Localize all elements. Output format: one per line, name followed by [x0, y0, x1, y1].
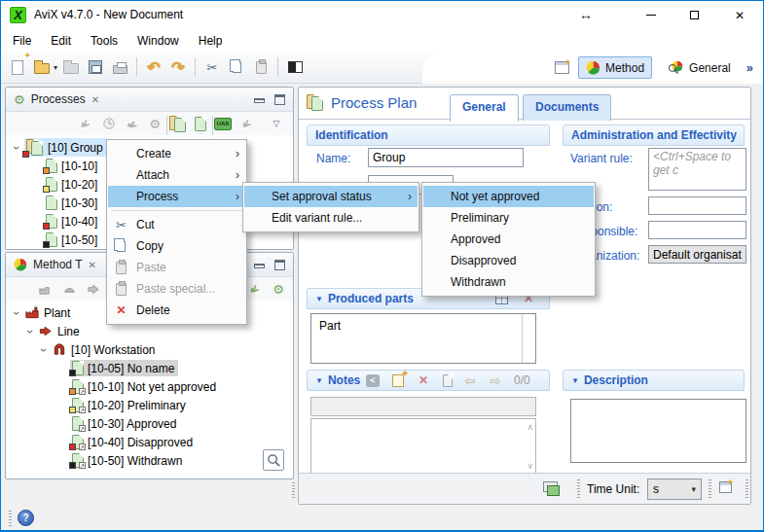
- tree-row-process[interactable]: [10-40]: [46, 212, 97, 231]
- expander-icon[interactable]: ›: [23, 327, 37, 336]
- collapse-icon[interactable]: ▼: [571, 376, 579, 385]
- new-note-icon[interactable]: ✦: [389, 372, 407, 388]
- green-gear-icon[interactable]: ⚙: [269, 279, 288, 299]
- tree-row-operation[interactable]: ↗[10-20] Preliminary: [72, 396, 186, 414]
- menu-item-cut[interactable]: ✂Cut: [108, 214, 245, 235]
- cascade-windows-icon[interactable]: [543, 481, 558, 492]
- tree-row-process-root[interactable]: › [10] Group: [12, 138, 107, 157]
- close-button[interactable]: ✕: [716, 1, 763, 29]
- expander-icon[interactable]: ›: [10, 308, 23, 317]
- operation-doc-icon: ↗: [72, 416, 84, 431]
- note-text-area[interactable]: ∧ ∨: [310, 418, 536, 475]
- tree-row-operation[interactable]: ↗[10-40] Disapproved: [72, 433, 193, 451]
- tree-row-process[interactable]: [10-20]: [46, 175, 97, 194]
- time-unit-label: Time Unit:: [587, 482, 639, 496]
- maximize-view-icon[interactable]: [274, 94, 285, 105]
- menu-edit[interactable]: Edit: [41, 31, 81, 51]
- minimize-button[interactable]: [629, 1, 673, 29]
- collapse-icon[interactable]: ▼: [315, 376, 323, 385]
- menu-item-copy[interactable]: Copy: [108, 235, 245, 257]
- menu-help[interactable]: Help: [189, 31, 233, 51]
- menu-item-process[interactable]: Process›: [108, 186, 245, 207]
- open-folder-icon[interactable]: [31, 55, 53, 79]
- copy-icon[interactable]: [226, 55, 247, 79]
- uas-icon[interactable]: UAS: [213, 114, 233, 133]
- menu-item-withdrawn[interactable]: Withdrawn: [423, 271, 594, 293]
- layout-icon[interactable]: [284, 55, 306, 79]
- perspective-method-button[interactable]: Method: [578, 56, 652, 79]
- expander-icon[interactable]: ›: [10, 143, 23, 152]
- process-plan-doc-icon: [26, 139, 44, 156]
- menu-window[interactable]: Window: [127, 31, 189, 51]
- tree-row-workstation[interactable]: › [10] Workstation: [39, 340, 155, 359]
- green-hand-icon[interactable]: [245, 279, 265, 299]
- method-tab-label[interactable]: Method T: [33, 258, 82, 271]
- perspective-overflow-icon[interactable]: »: [746, 60, 755, 75]
- tree-row-operation[interactable]: ↗[10-10] Not yet approved: [72, 377, 216, 396]
- menu-item-not-yet-approved[interactable]: Not yet approved: [423, 186, 594, 207]
- description-text-area[interactable]: [570, 399, 746, 463]
- menu-item-create[interactable]: Create›: [108, 143, 245, 164]
- tree-row-operation-selected[interactable]: [10-05] No name: [70, 359, 178, 377]
- menu-item-attach[interactable]: Attach›: [108, 164, 245, 186]
- tree-row-operation[interactable]: ↗[10-50] Withdrawn: [72, 451, 182, 470]
- menu-tools[interactable]: Tools: [81, 31, 127, 51]
- menu-item-disapproved[interactable]: Disapproved: [423, 250, 594, 271]
- collapse-icon[interactable]: ▼: [315, 295, 323, 303]
- responsible-input[interactable]: [648, 221, 746, 239]
- administration-section-header: Administration and Effectivity: [563, 124, 745, 146]
- produced-parts-table[interactable]: Part: [310, 313, 536, 364]
- toolbar-menu-chevron-icon[interactable]: ▽: [267, 114, 286, 133]
- save-icon[interactable]: [85, 55, 106, 79]
- processes-tab-label[interactable]: Processes: [31, 92, 86, 106]
- note-document-icon: [439, 372, 456, 388]
- print-icon[interactable]: [109, 55, 130, 79]
- tree-row-process[interactable]: [10-10]: [46, 157, 97, 175]
- method-tab-close-icon[interactable]: ✕: [88, 260, 95, 270]
- maximize-button[interactable]: [673, 1, 716, 29]
- process-doc-icon[interactable]: [191, 114, 210, 133]
- minimize-view-icon[interactable]: [254, 264, 265, 268]
- minimize-view-icon[interactable]: [254, 98, 265, 103]
- maximize-view-icon[interactable]: [274, 260, 285, 270]
- part-column-header: Part: [319, 319, 341, 333]
- open-perspective-icon[interactable]: ✦: [555, 61, 569, 74]
- submenu-arrow-icon: ›: [236, 147, 239, 160]
- menu-item-set-approval-status[interactable]: Set approval status›: [244, 186, 418, 207]
- tree-row-process[interactable]: [10-30]: [46, 194, 97, 212]
- new-view-icon[interactable]: ✦: [719, 481, 732, 493]
- time-unit-select[interactable]: s ▾: [647, 479, 702, 500]
- tree-row-line[interactable]: › Line: [25, 322, 80, 340]
- variant-rule-label: Variant rule:: [570, 152, 633, 165]
- redo-icon[interactable]: ↷: [167, 55, 189, 79]
- tree-row-operation[interactable]: ↗[10-30] Approved: [72, 414, 176, 433]
- help-button[interactable]: ?: [18, 510, 34, 526]
- name-input[interactable]: [368, 148, 524, 167]
- tab-general[interactable]: General: [450, 94, 519, 122]
- variant-rule-input[interactable]: [648, 148, 746, 191]
- undo-icon[interactable]: ↶: [143, 55, 164, 79]
- plant-icon: [24, 305, 40, 320]
- note-counter: 0/0: [514, 373, 530, 387]
- menu-item-edit-variant-rule[interactable]: Edit variant rule...: [244, 207, 418, 229]
- process-plan-icon[interactable]: [168, 114, 188, 133]
- cut-icon[interactable]: ✂: [201, 55, 223, 79]
- menu-item-delete[interactable]: ✕Delete: [108, 300, 245, 321]
- search-magnifier-button[interactable]: [263, 449, 284, 471]
- operation-doc-icon: ↗: [72, 435, 84, 449]
- tab-documents[interactable]: Documents: [523, 94, 611, 121]
- version-input[interactable]: [648, 196, 746, 215]
- tree-row-process[interactable]: [10-50]: [46, 231, 97, 249]
- menu-item-preliminary[interactable]: Preliminary: [423, 207, 594, 229]
- title-bar: X AviX v4.7.0 - New Document ↔ ✕: [1, 1, 763, 30]
- menu-file[interactable]: File: [3, 31, 41, 51]
- resize-arrows-icon: ↔: [579, 7, 593, 22]
- delete-note-icon: ✕: [415, 372, 432, 388]
- menu-item-approved[interactable]: Approved: [423, 229, 594, 250]
- expander-icon[interactable]: ›: [37, 345, 51, 354]
- processes-tab-close-icon[interactable]: ✕: [91, 94, 99, 105]
- open-dropdown-icon[interactable]: ▾: [54, 63, 57, 72]
- tree-row-plant[interactable]: › Plant: [12, 303, 70, 322]
- perspective-general-button[interactable]: General: [661, 57, 738, 78]
- new-document-icon[interactable]: ✦: [7, 55, 28, 79]
